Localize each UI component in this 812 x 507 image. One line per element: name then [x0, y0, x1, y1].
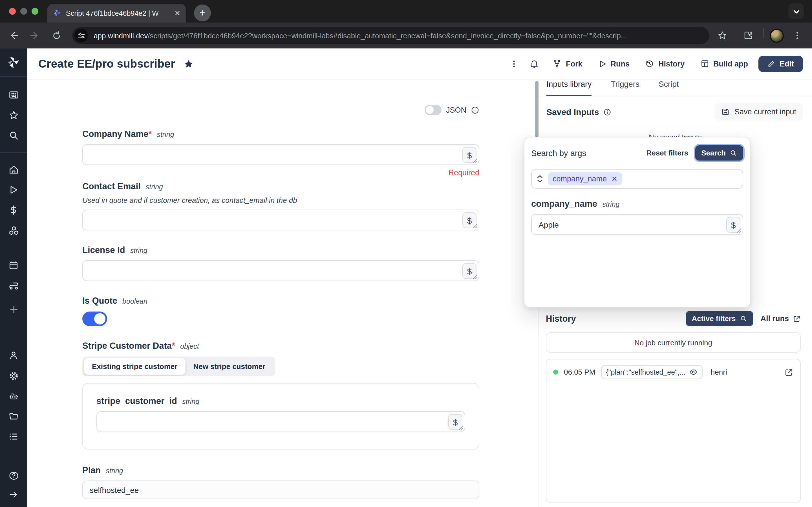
forward-button[interactable]: [29, 30, 41, 41]
field-type-license-id: string: [130, 247, 147, 255]
toolbar-separator: [763, 28, 763, 38]
reload-button[interactable]: [51, 30, 62, 41]
popup-field-input-box: Apple $: [531, 214, 743, 235]
browser-toolbar: app.windmill.dev/scripts/get/476f1bdce46…: [0, 22, 812, 48]
sidebar-item-search-icon[interactable]: [8, 129, 19, 141]
traffic-minimize-button[interactable]: [20, 8, 27, 15]
notifications-bell-icon[interactable]: [526, 55, 543, 72]
tab-title: Script 476f1bdce46b94e2 | W: [66, 9, 170, 17]
tab-inputs-library[interactable]: Inputs library: [546, 79, 592, 96]
json-info-icon[interactable]: [471, 106, 479, 114]
edit-button[interactable]: Edit: [758, 55, 803, 72]
plan-input[interactable]: [82, 481, 479, 499]
search-popup-title: Search by args: [531, 149, 586, 158]
sidebar-item-add-icon[interactable]: [8, 304, 19, 315]
sidebar-collapse-arrow-icon[interactable]: [8, 489, 19, 500]
tab-new-stripe-customer[interactable]: New stripe customer: [185, 358, 273, 375]
json-toggle[interactable]: [424, 105, 442, 115]
sidebar-item-settings-gear-icon[interactable]: [8, 370, 19, 381]
favorite-star-icon[interactable]: [183, 58, 194, 69]
search-button[interactable]: Search: [695, 145, 743, 161]
bookmark-star-button[interactable]: [717, 28, 727, 43]
save-floppy-icon: [721, 108, 730, 116]
run-args-pill[interactable]: {"plan":"selfhosted_ee",...: [601, 365, 703, 379]
field-label-plan: Plan: [82, 465, 101, 475]
search-icon: [730, 149, 737, 157]
chevron-up-down-icon[interactable]: [536, 175, 544, 183]
tab-overflow-chevron-button[interactable]: [788, 3, 804, 19]
browser-menu-kebab-icon[interactable]: [793, 28, 802, 43]
tab-script[interactable]: Script: [659, 79, 679, 96]
sidebar-item-home-icon[interactable]: [8, 164, 19, 175]
windmill-logo-icon[interactable]: [6, 55, 21, 70]
url-bar[interactable]: app.windmill.dev/scripts/get/476f1bdce46…: [72, 27, 709, 44]
company-name-input[interactable]: [83, 145, 479, 165]
active-filters-button[interactable]: Active filters: [686, 311, 753, 326]
fork-button[interactable]: Fork: [547, 56, 588, 71]
extensions-icon[interactable]: [743, 28, 753, 43]
json-toggle-label: JSON: [446, 106, 466, 114]
profile-avatar[interactable]: [770, 28, 784, 43]
field-type-plan: string: [106, 467, 123, 475]
field-label-company-name: Company Name*: [82, 129, 152, 139]
panel-resize-handle[interactable]: [535, 81, 539, 137]
header-kebab-menu[interactable]: [507, 56, 522, 71]
sidebar-help-icon[interactable]: [8, 470, 19, 481]
stripe-customer-id-input[interactable]: [97, 412, 465, 432]
save-current-input-button[interactable]: Save current input: [715, 103, 803, 121]
app-sidebar: [0, 48, 27, 507]
reset-filters-link[interactable]: Reset filters: [646, 149, 688, 157]
runs-button[interactable]: Runs: [592, 56, 635, 71]
field-type-stripe-customer-data: object: [180, 342, 199, 350]
sidebar-item-billing-icon[interactable]: [8, 205, 19, 216]
chip-remove-icon[interactable]: ✕: [611, 175, 617, 183]
stripe-customer-object-card: stripe_customer_id string $: [82, 383, 479, 450]
saved-inputs-info-icon[interactable]: [604, 108, 612, 116]
selected-arg-chip[interactable]: company_name ✕: [548, 172, 622, 185]
tab-close-icon[interactable]: ✕: [174, 9, 181, 17]
field-type-contact-email: string: [146, 183, 163, 191]
history-run-row[interactable]: 06:05 PM {"plan":"selfhosted_ee",... hen…: [553, 365, 794, 379]
build-app-button-label: Build app: [713, 59, 748, 68]
all-runs-link[interactable]: All runs: [760, 314, 801, 323]
sidebar-item-favorites-star-icon[interactable]: [8, 109, 19, 121]
run-success-dot: [553, 370, 558, 375]
args-multiselect[interactable]: company_name ✕: [531, 169, 743, 189]
new-tab-button[interactable]: +: [194, 4, 211, 21]
license-id-input[interactable]: [83, 261, 479, 281]
eye-icon[interactable]: [689, 368, 698, 376]
field-type-is-quote: boolean: [122, 297, 147, 305]
sidebar-item-schedules-icon[interactable]: [8, 260, 19, 271]
sidebar-item-logs-list-icon[interactable]: [8, 431, 19, 442]
resize-grip-icon[interactable]: [458, 425, 463, 431]
sidebar-item-users-icon[interactable]: [8, 350, 19, 361]
traffic-zoom-button[interactable]: [32, 8, 38, 15]
sidebar-item-flows-icon[interactable]: [8, 280, 19, 291]
resize-grip-icon[interactable]: [472, 158, 477, 163]
site-settings-icon[interactable]: [74, 29, 88, 42]
build-app-button[interactable]: Build app: [695, 56, 754, 71]
is-quote-toggle[interactable]: [82, 312, 107, 326]
history-button[interactable]: History: [640, 56, 690, 71]
sidebar-item-resources-icon[interactable]: [8, 225, 19, 236]
resize-grip-icon[interactable]: [737, 228, 742, 233]
contact-email-input[interactable]: [83, 210, 479, 230]
sidebar-item-folders-icon[interactable]: [8, 411, 19, 422]
browser-tab[interactable]: Script 476f1bdce46b94e2 | W ✕: [47, 4, 186, 22]
resize-grip-icon[interactable]: [472, 274, 477, 279]
company-name-required-error: Required: [82, 168, 479, 177]
sidebar-item-ai-robot-icon[interactable]: [8, 390, 19, 402]
sidebar-divider: [0, 76, 27, 76]
run-open-external-icon[interactable]: [784, 368, 794, 377]
tab-triggers[interactable]: Triggers: [611, 79, 640, 96]
traffic-close-button[interactable]: [9, 8, 16, 15]
popup-field-input[interactable]: Apple: [532, 215, 743, 234]
sidebar-item-workspace[interactable]: [8, 89, 19, 100]
back-button[interactable]: [8, 30, 19, 41]
sidebar-item-runs-icon[interactable]: [8, 184, 19, 195]
fork-button-label: Fork: [566, 59, 582, 68]
tab-existing-stripe-customer[interactable]: Existing stripe customer: [84, 358, 185, 375]
field-label-is-quote: Is Quote: [82, 296, 117, 306]
resize-grip-icon[interactable]: [472, 224, 477, 229]
search-by-args-popup: Search by args Reset filters Search comp…: [524, 137, 751, 307]
